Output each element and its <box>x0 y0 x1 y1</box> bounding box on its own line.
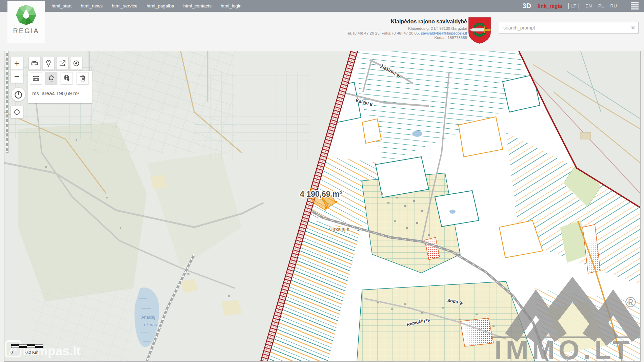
measurement-result-text: ms_area4 190,69 m² <box>32 90 79 96</box>
regia-link[interactable]: link_regia <box>538 3 562 9</box>
regia-gem-icon <box>15 4 37 26</box>
search-clear-icon[interactable]: × <box>631 24 635 31</box>
lake-label-line2: ežeras <box>144 322 157 327</box>
view-3d-button[interactable]: 3D <box>523 2 531 10</box>
clear-measurements-button[interactable] <box>77 72 89 84</box>
nav-item-start[interactable]: html_start <box>52 3 72 8</box>
map-pin-icon <box>44 59 53 67</box>
measure-tape-icon <box>31 59 39 67</box>
language-pl[interactable]: PL <box>598 3 604 8</box>
search-input[interactable] <box>499 22 638 33</box>
share-map-button[interactable] <box>56 57 68 70</box>
municipality-address: Klaipėdos g. 2 LT-96130 Gargždai <box>346 26 467 31</box>
select-on-map-button[interactable] <box>61 72 73 84</box>
share-export-icon <box>58 59 66 67</box>
zoom-out-button[interactable]: − <box>11 70 23 83</box>
nav-item-pagalba[interactable]: html_pagalba <box>147 3 174 8</box>
municipality-phone: Tel. (8 46) 47 20 25; Faks. (8 46) 47 20… <box>346 31 421 35</box>
nav-item-news[interactable]: html_news <box>81 3 103 8</box>
crosshair-icon <box>13 108 21 116</box>
nav-right-group: 3D link_regia LT EN PL RU <box>523 0 639 12</box>
brand-text: REGIA <box>13 27 39 35</box>
map-viewport: 4 190,69 m² Žiežirbų g. Kalvių g. Girkal… <box>4 51 641 362</box>
globe-cursor-icon <box>63 74 71 82</box>
time-slider-button[interactable] <box>11 87 25 102</box>
nav-item-service[interactable]: html_service <box>112 3 138 8</box>
trash-icon <box>79 74 87 82</box>
measure-distance-button[interactable] <box>30 72 42 84</box>
nav-item-contacts[interactable]: html_contacts <box>183 3 212 8</box>
immolt-watermark-text: IMMO.LT <box>495 335 633 361</box>
municipality-title: Klaipėdos rajono savivaldybė <box>346 19 467 25</box>
distance-ruler-icon <box>32 74 40 82</box>
pick-point-button[interactable] <box>70 57 82 70</box>
hamburger-menu-icon[interactable] <box>631 2 639 9</box>
area-polygon-icon <box>47 74 55 82</box>
municipality-code: Kodas: 188773688 <box>346 36 467 40</box>
measure-area-button[interactable] <box>45 72 57 84</box>
scale-end-label: 0.2 Km <box>25 350 38 355</box>
locate-me-button[interactable] <box>11 106 23 119</box>
measure-tool-button[interactable] <box>28 57 41 70</box>
nav-item-login[interactable]: html_login <box>221 3 242 8</box>
search-box: × <box>499 22 639 34</box>
language-ru[interactable]: RU <box>610 3 617 8</box>
zoom-in-button[interactable]: + <box>11 57 23 70</box>
top-navbar: html_start html_news html_service html_p… <box>0 0 644 12</box>
nav-menu: html_start html_news html_service html_p… <box>52 0 242 12</box>
coat-of-arms <box>468 17 491 44</box>
scale-start-label: 0 <box>11 350 13 355</box>
lake-label-line1: Anaičių <box>141 315 155 320</box>
village-label-girkaliu: Girkalių k. <box>329 227 350 232</box>
add-marker-button[interactable] <box>42 57 55 70</box>
immolt-registered-mark: ® <box>625 294 636 310</box>
language-en[interactable]: EN <box>585 3 592 8</box>
municipality-email-link[interactable]: savivaldybe@klaipedos-r.lt <box>421 31 467 35</box>
municipality-contacts: Tel. (8 46) 47 20 25; Faks. (8 46) 47 20… <box>346 31 467 36</box>
language-lt[interactable]: LT <box>568 3 579 9</box>
clock-icon <box>14 90 23 99</box>
regia-logo[interactable]: REGIA <box>7 1 45 43</box>
map-canvas[interactable]: 4 190,69 m² Žiežirbų g. Kalvių g. Girkal… <box>4 51 640 361</box>
area-measurement-label: 4 190,69 m² <box>300 190 342 198</box>
measurement-panel: ms_area4 190,69 m² <box>28 71 92 103</box>
record-dot-icon <box>72 59 80 67</box>
municipality-info: Klaipėdos rajono savivaldybė Klaipėdos g… <box>346 19 467 40</box>
